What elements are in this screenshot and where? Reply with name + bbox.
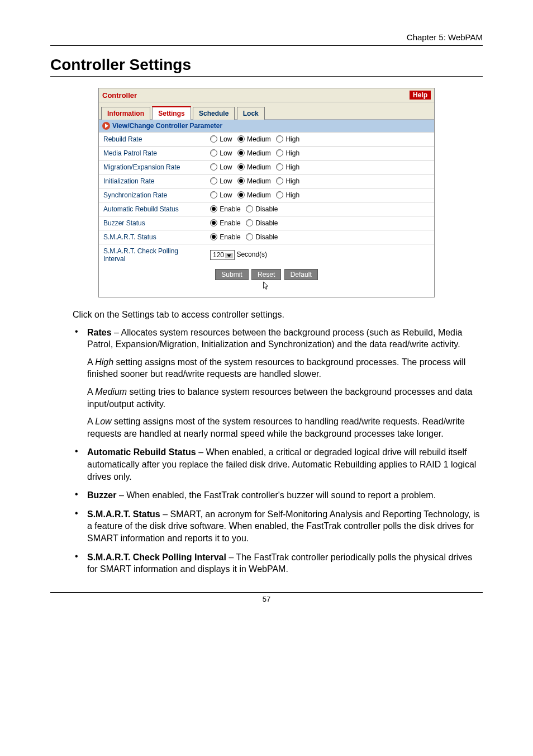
chevron-down-icon: [225, 253, 233, 258]
radio-medium[interactable]: [237, 135, 245, 143]
radio-low[interactable]: [210, 135, 217, 143]
row-label-migration: Migration/Expansion Rate: [99, 160, 206, 174]
row-value-media-patrol: Low Medium High: [206, 147, 434, 160]
row-label-initialization: Initialization Rate: [99, 174, 206, 188]
controller-panel: Controller Help Information Settings Sch…: [98, 88, 435, 297]
row-label-media-patrol: Media Patrol Rate: [99, 147, 206, 160]
rates-high-text: A High setting assigns most of the syste…: [87, 356, 483, 380]
page-number: 57: [263, 595, 270, 603]
rates-medium-text: A Medium setting tries to balance system…: [87, 386, 483, 410]
tab-schedule[interactable]: Schedule: [193, 107, 235, 120]
row-value-smart-polling: 120 Second(s): [206, 244, 434, 266]
polling-interval-select[interactable]: 120: [210, 250, 235, 260]
page-footer: 57: [50, 592, 483, 603]
radio-medium[interactable]: [237, 191, 245, 199]
list-item-smart-polling: S.M.A.R.T. Check Polling Interval – The …: [87, 551, 483, 575]
svg-marker-0: [105, 124, 108, 128]
radio-medium[interactable]: [237, 149, 245, 157]
svg-marker-1: [227, 254, 231, 257]
row-value-migration: Low Medium High: [206, 160, 434, 174]
row-value-initialization: Low Medium High: [206, 174, 434, 188]
row-value-rebuild-rate: Low Medium High: [206, 133, 434, 147]
parameter-table: Rebuild Rate Low Medium High Media Patro…: [99, 132, 434, 266]
radio-high[interactable]: [276, 163, 283, 171]
row-label-smart-polling: S.M.A.R.T. Check Polling Interval: [99, 244, 206, 266]
divider: [50, 76, 483, 77]
polling-interval-value: 120: [213, 251, 224, 259]
rates-low-text: A Low setting assigns most of the system…: [87, 415, 483, 440]
radio-high[interactable]: [276, 191, 283, 199]
radio-medium[interactable]: [237, 163, 245, 171]
radio-medium[interactable]: [237, 177, 245, 185]
cursor-icon: [262, 281, 271, 291]
tab-information[interactable]: Information: [101, 107, 150, 120]
reset-button[interactable]: Reset: [251, 269, 281, 280]
help-link[interactable]: Help: [410, 91, 431, 100]
radio-disable[interactable]: [246, 205, 253, 212]
row-value-buzzer: Enable Disable: [206, 216, 434, 230]
row-value-smart-status: Enable Disable: [206, 230, 434, 244]
radio-low[interactable]: [210, 191, 217, 199]
radio-enable[interactable]: [210, 219, 217, 226]
row-label-smart-status: S.M.A.R.T. Status: [99, 230, 206, 244]
row-value-auto-rebuild: Enable Disable: [206, 202, 434, 216]
list-item-buzzer: Buzzer – When enabled, the FastTrak cont…: [87, 489, 483, 502]
page-title: Controller Settings: [50, 56, 483, 74]
row-label-auto-rebuild: Automatic Rebuild Status: [99, 202, 206, 216]
panel-title: Controller: [102, 91, 137, 100]
intro-text: Click on the Settings tab to access cont…: [73, 309, 483, 321]
submit-button[interactable]: Submit: [215, 269, 248, 280]
row-label-synchronization: Synchronization Rate: [99, 188, 206, 202]
tab-bar: Information Settings Schedule Lock: [99, 102, 434, 120]
list-item-rates: Rates – Allocates system resources betwe…: [87, 327, 483, 351]
row-label-buzzer: Buzzer Status: [99, 216, 206, 230]
radio-high[interactable]: [276, 177, 283, 185]
arrow-icon: [102, 122, 110, 130]
radio-low[interactable]: [210, 149, 217, 157]
radio-high[interactable]: [276, 149, 283, 157]
tab-lock[interactable]: Lock: [237, 107, 265, 120]
default-button[interactable]: Default: [284, 269, 318, 280]
radio-disable[interactable]: [246, 219, 253, 226]
button-row: Submit Reset Default: [99, 266, 434, 297]
polling-unit-label: Second(s): [236, 251, 267, 258]
section-title: View/Change Controller Parameter: [112, 122, 222, 130]
radio-low[interactable]: [210, 177, 217, 185]
radio-enable[interactable]: [210, 205, 217, 212]
radio-high[interactable]: [276, 135, 283, 143]
row-value-synchronization: Low Medium High: [206, 188, 434, 202]
radio-enable[interactable]: [210, 233, 217, 240]
chapter-header: Chapter 5: WebPAM: [50, 32, 483, 42]
row-label-rebuild-rate: Rebuild Rate: [99, 133, 206, 147]
radio-low[interactable]: [210, 163, 217, 171]
section-header: View/Change Controller Parameter: [99, 120, 434, 132]
divider: [50, 45, 483, 46]
list-item-auto-rebuild: Automatic Rebuild Status – When enabled,…: [87, 446, 483, 483]
tab-settings[interactable]: Settings: [152, 106, 191, 120]
list-item-smart-status: S.M.A.R.T. Status – SMART, an acronym fo…: [87, 508, 483, 545]
radio-disable[interactable]: [246, 233, 253, 240]
